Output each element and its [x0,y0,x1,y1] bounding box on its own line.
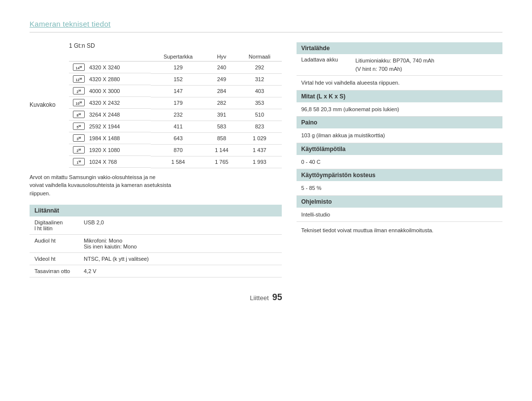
footer-page: 95 [272,292,282,302]
res-supertarkka: 232 [151,109,206,121]
right-section-note: 5 - 85 % [297,181,503,196]
table-row: 2M4000 X 3000147284403 [69,85,282,97]
cam-icon: 2M [73,146,85,154]
res-supertarkka: 147 [151,85,206,97]
right-section-header: Virtalähde [297,42,503,54]
right-section: Käyttöympäristön kosteus5 - 85 % [297,169,503,196]
liitannat-label: Tasavirran otto [30,265,79,278]
res-hyv: 1 144 [206,144,238,156]
right-section-header: Ohjelmisto [297,196,503,208]
res-value: 4320 X 2880 [89,76,120,82]
res-icon-cell: 14M4320 X 3240 [69,62,151,73]
liitannat-table: Digitaalinenl ht liitinUSB 2,0Audiol htM… [30,216,282,278]
right-footer-note: Tekniset tiedot voivat muuttua ilman enn… [297,224,503,236]
res-hyv: 240 [206,62,238,74]
table-row: 1M1024 X 7681 5841 7651 993 [69,156,282,168]
res-normaali: 292 [237,62,281,74]
table-note: Arvot on mitattu Samsungin vakio-olosuht… [30,173,282,198]
col-header-icon [69,52,151,62]
col-header-supertarkka: Supertarkka [151,52,206,62]
res-normaali: 1 993 [237,156,281,168]
liitannat-row: Audiol htMikrofoni: MonoSis inen kaiutin… [30,235,282,253]
kuvakoko-label: Kuvakoko [30,52,69,108]
res-icon-cell: 3M1984 X 1488 [69,132,151,144]
cam-icon: 12M [73,75,85,83]
res-value: 1920 X 1080 [89,147,120,153]
res-normaali: 510 [237,109,281,121]
res-supertarkka: 152 [151,73,206,85]
liitannat-row: Digitaalinenl ht liitinUSB 2,0 [30,216,282,235]
right-section-note: 96,8 58 20,3 mm (ulkonemat pois lukien) [297,102,503,117]
res-value: 1024 X 768 [89,159,117,165]
res-icon-cell: 8M3264 X 2448 [69,109,151,121]
page-container: Kameran tekniset tiedot 1 Gt:n SD Kuvako… [0,0,532,327]
left-column: 1 Gt:n SD Kuvakoko Supertarkka Hyv Norma… [30,42,282,278]
right-section-note: 0 - 40 C [297,155,503,170]
right-row-label: Ladattava akku [301,57,356,73]
res-icon-cell: 1M1024 X 768 [69,156,151,168]
right-section: Mitat (L x K x S)96,8 58 20,3 mm (ulkone… [297,91,503,117]
right-section-header: Käyttöympäristön kosteus [297,169,503,181]
res-normaali: 312 [237,73,281,85]
liitannat-value: USB 2,0 [79,216,282,235]
table-row: 2M1920 X 10808701 1441 437 [69,144,282,156]
res-hyv: 1 765 [206,156,238,168]
res-supertarkka: 643 [151,132,206,144]
liitannat-value: 4,2 V [79,265,282,278]
cam-icon: 5M [73,123,85,130]
res-icon-cell: 2M1920 X 1080 [69,144,151,156]
kuvakoko-section: Kuvakoko Supertarkka Hyv Normaali 14M432… [30,52,282,168]
right-section-note: Virtal hde voi vaihdella alueesta riippu… [297,76,503,91]
table-row: 8M3264 X 2448232391510 [69,109,282,121]
page-footer: Liitteet 95 [30,292,502,303]
liitannat-row: Videol htNTSC, PAL (k ytt j valitsee) [30,253,282,265]
res-normaali: 1 437 [237,144,281,156]
res-supertarkka: 179 [151,97,206,109]
res-hyv: 284 [206,85,238,97]
res-normaali: 1 029 [237,132,281,144]
sd-label: 1 Gt:n SD [69,42,282,49]
res-hyv: 858 [206,132,238,144]
right-section-header: Mitat (L x K x S) [297,91,503,102]
liitannat-label: Videol ht [30,253,79,265]
res-value: 4000 X 3000 [89,88,120,94]
table-row: 14M4320 X 3240129240292 [69,62,282,74]
table-row: 5M2592 X 1944411583823 [69,121,282,132]
liitannat-value: Mikrofoni: MonoSis inen kaiutin: Mono [79,235,282,253]
right-sections-container: VirtalähdeLadattava akkuLitiumioniakku: … [297,42,503,222]
right-info-row: Ladattava akkuLitiumioniakku: BP70A, 740… [297,54,503,76]
right-section: OhjelmistoIntelli-studio [297,196,503,222]
res-value: 1984 X 1488 [89,135,120,141]
res-normaali: 823 [237,121,281,132]
right-section-header: Käyttölämpötila [297,143,503,155]
main-content: 1 Gt:n SD Kuvakoko Supertarkka Hyv Norma… [30,42,502,278]
cam-icon: 10M [73,99,85,106]
liitannat-value: NTSC, PAL (k ytt j valitsee) [79,253,282,265]
resolution-table: Supertarkka Hyv Normaali 14M4320 X 32401… [69,52,282,168]
res-icon-cell: 12M4320 X 2880 [69,73,151,85]
cam-icon: 14M [73,63,85,71]
liitannat-label: Audiol ht [30,235,79,253]
res-supertarkka: 129 [151,62,206,74]
right-section: VirtalähdeLadattava akkuLitiumioniakku: … [297,42,503,91]
res-value: 4320 X 3240 [89,64,120,70]
res-value: 2592 X 1944 [89,123,120,129]
table-row: 12M4320 X 2880152249312 [69,73,282,85]
res-icon-cell: 10M4320 X 2432 [69,97,151,109]
page-title: Kameran tekniset tiedot [30,20,502,28]
liitannat-row: Tasavirran otto4,2 V [30,265,282,278]
cam-icon: 2M [73,87,85,94]
res-hyv: 583 [206,121,238,132]
res-icon-cell: 5M2592 X 1944 [69,121,151,132]
res-hyv: 249 [206,73,238,85]
liitannat-header: Liitännät [30,205,282,216]
cam-icon: 8M [73,111,85,118]
res-hyv: 391 [206,109,238,121]
table-row: 3M1984 X 14886438581 029 [69,132,282,144]
res-hyv: 282 [206,97,238,109]
cam-icon: 3M [73,134,85,142]
title-divider [30,32,502,32]
table-row: 10M4320 X 2432179282353 [69,97,282,109]
right-section: Käyttölämpötila0 - 40 C [297,143,503,170]
right-column: VirtalähdeLadattava akkuLitiumioniakku: … [297,42,503,278]
